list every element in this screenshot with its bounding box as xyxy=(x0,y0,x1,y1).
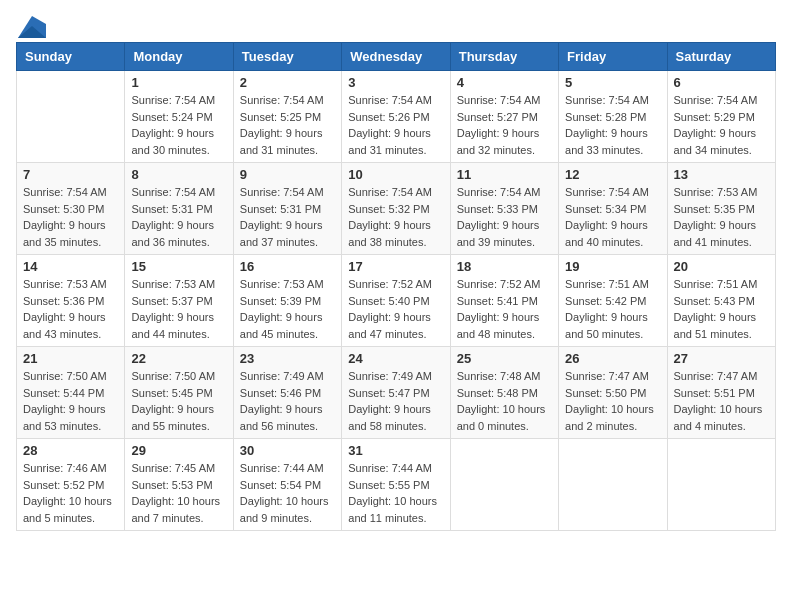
sunset-text: Sunset: 5:46 PM xyxy=(240,387,321,399)
day-info: Sunrise: 7:54 AM Sunset: 5:27 PM Dayligh… xyxy=(457,92,552,158)
sunset-text: Sunset: 5:47 PM xyxy=(348,387,429,399)
calendar-day-cell: 31 Sunrise: 7:44 AM Sunset: 5:55 PM Dayl… xyxy=(342,439,450,531)
day-info: Sunrise: 7:47 AM Sunset: 5:51 PM Dayligh… xyxy=(674,368,769,434)
day-number: 24 xyxy=(348,351,443,366)
sunrise-text: Sunrise: 7:51 AM xyxy=(565,278,649,290)
sunrise-text: Sunrise: 7:50 AM xyxy=(131,370,215,382)
calendar-day-cell xyxy=(559,439,667,531)
daylight-text: Daylight: 9 hours and 37 minutes. xyxy=(240,219,323,248)
calendar-day-cell: 23 Sunrise: 7:49 AM Sunset: 5:46 PM Dayl… xyxy=(233,347,341,439)
sunset-text: Sunset: 5:41 PM xyxy=(457,295,538,307)
calendar-day-cell xyxy=(17,71,125,163)
calendar-day-cell: 19 Sunrise: 7:51 AM Sunset: 5:42 PM Dayl… xyxy=(559,255,667,347)
day-number: 21 xyxy=(23,351,118,366)
calendar-day-cell: 29 Sunrise: 7:45 AM Sunset: 5:53 PM Dayl… xyxy=(125,439,233,531)
sunset-text: Sunset: 5:53 PM xyxy=(131,479,212,491)
day-number: 22 xyxy=(131,351,226,366)
day-number: 7 xyxy=(23,167,118,182)
day-info: Sunrise: 7:54 AM Sunset: 5:31 PM Dayligh… xyxy=(131,184,226,250)
day-info: Sunrise: 7:53 AM Sunset: 5:36 PM Dayligh… xyxy=(23,276,118,342)
daylight-text: Daylight: 9 hours and 30 minutes. xyxy=(131,127,214,156)
sunset-text: Sunset: 5:27 PM xyxy=(457,111,538,123)
sunrise-text: Sunrise: 7:54 AM xyxy=(674,94,758,106)
calendar-week-row: 21 Sunrise: 7:50 AM Sunset: 5:44 PM Dayl… xyxy=(17,347,776,439)
calendar-day-cell: 20 Sunrise: 7:51 AM Sunset: 5:43 PM Dayl… xyxy=(667,255,775,347)
day-info: Sunrise: 7:53 AM Sunset: 5:35 PM Dayligh… xyxy=(674,184,769,250)
day-number: 4 xyxy=(457,75,552,90)
day-info: Sunrise: 7:49 AM Sunset: 5:46 PM Dayligh… xyxy=(240,368,335,434)
calendar-day-cell: 25 Sunrise: 7:48 AM Sunset: 5:48 PM Dayl… xyxy=(450,347,558,439)
day-number: 19 xyxy=(565,259,660,274)
calendar-table: SundayMondayTuesdayWednesdayThursdayFrid… xyxy=(16,42,776,531)
calendar-week-row: 7 Sunrise: 7:54 AM Sunset: 5:30 PM Dayli… xyxy=(17,163,776,255)
daylight-text: Daylight: 9 hours and 51 minutes. xyxy=(674,311,757,340)
day-info: Sunrise: 7:54 AM Sunset: 5:34 PM Dayligh… xyxy=(565,184,660,250)
calendar-week-row: 28 Sunrise: 7:46 AM Sunset: 5:52 PM Dayl… xyxy=(17,439,776,531)
sunset-text: Sunset: 5:48 PM xyxy=(457,387,538,399)
day-number: 12 xyxy=(565,167,660,182)
day-info: Sunrise: 7:50 AM Sunset: 5:44 PM Dayligh… xyxy=(23,368,118,434)
calendar-week-row: 1 Sunrise: 7:54 AM Sunset: 5:24 PM Dayli… xyxy=(17,71,776,163)
sunset-text: Sunset: 5:52 PM xyxy=(23,479,104,491)
daylight-text: Daylight: 10 hours and 7 minutes. xyxy=(131,495,220,524)
day-info: Sunrise: 7:49 AM Sunset: 5:47 PM Dayligh… xyxy=(348,368,443,434)
sunset-text: Sunset: 5:35 PM xyxy=(674,203,755,215)
sunrise-text: Sunrise: 7:45 AM xyxy=(131,462,215,474)
sunset-text: Sunset: 5:55 PM xyxy=(348,479,429,491)
day-info: Sunrise: 7:51 AM Sunset: 5:42 PM Dayligh… xyxy=(565,276,660,342)
day-number: 28 xyxy=(23,443,118,458)
sunrise-text: Sunrise: 7:53 AM xyxy=(23,278,107,290)
sunrise-text: Sunrise: 7:53 AM xyxy=(131,278,215,290)
sunrise-text: Sunrise: 7:54 AM xyxy=(240,94,324,106)
day-number: 29 xyxy=(131,443,226,458)
sunset-text: Sunset: 5:50 PM xyxy=(565,387,646,399)
day-info: Sunrise: 7:44 AM Sunset: 5:54 PM Dayligh… xyxy=(240,460,335,526)
sunset-text: Sunset: 5:25 PM xyxy=(240,111,321,123)
sunset-text: Sunset: 5:51 PM xyxy=(674,387,755,399)
daylight-text: Daylight: 9 hours and 39 minutes. xyxy=(457,219,540,248)
day-info: Sunrise: 7:54 AM Sunset: 5:28 PM Dayligh… xyxy=(565,92,660,158)
sunset-text: Sunset: 5:42 PM xyxy=(565,295,646,307)
sunrise-text: Sunrise: 7:50 AM xyxy=(23,370,107,382)
day-info: Sunrise: 7:54 AM Sunset: 5:32 PM Dayligh… xyxy=(348,184,443,250)
day-number: 27 xyxy=(674,351,769,366)
calendar-day-cell: 5 Sunrise: 7:54 AM Sunset: 5:28 PM Dayli… xyxy=(559,71,667,163)
day-info: Sunrise: 7:47 AM Sunset: 5:50 PM Dayligh… xyxy=(565,368,660,434)
day-info: Sunrise: 7:53 AM Sunset: 5:39 PM Dayligh… xyxy=(240,276,335,342)
calendar-day-header: Monday xyxy=(125,43,233,71)
day-info: Sunrise: 7:48 AM Sunset: 5:48 PM Dayligh… xyxy=(457,368,552,434)
sunrise-text: Sunrise: 7:54 AM xyxy=(457,186,541,198)
sunrise-text: Sunrise: 7:52 AM xyxy=(457,278,541,290)
sunset-text: Sunset: 5:37 PM xyxy=(131,295,212,307)
calendar-day-header: Thursday xyxy=(450,43,558,71)
day-number: 31 xyxy=(348,443,443,458)
sunrise-text: Sunrise: 7:46 AM xyxy=(23,462,107,474)
page-header xyxy=(16,16,776,34)
day-number: 25 xyxy=(457,351,552,366)
sunset-text: Sunset: 5:31 PM xyxy=(131,203,212,215)
sunrise-text: Sunrise: 7:54 AM xyxy=(131,94,215,106)
day-info: Sunrise: 7:52 AM Sunset: 5:40 PM Dayligh… xyxy=(348,276,443,342)
sunset-text: Sunset: 5:54 PM xyxy=(240,479,321,491)
calendar-day-cell: 7 Sunrise: 7:54 AM Sunset: 5:30 PM Dayli… xyxy=(17,163,125,255)
daylight-text: Daylight: 9 hours and 58 minutes. xyxy=(348,403,431,432)
calendar-day-cell: 26 Sunrise: 7:47 AM Sunset: 5:50 PM Dayl… xyxy=(559,347,667,439)
sunset-text: Sunset: 5:36 PM xyxy=(23,295,104,307)
sunrise-text: Sunrise: 7:54 AM xyxy=(565,186,649,198)
daylight-text: Daylight: 10 hours and 0 minutes. xyxy=(457,403,546,432)
calendar-day-cell: 22 Sunrise: 7:50 AM Sunset: 5:45 PM Dayl… xyxy=(125,347,233,439)
day-info: Sunrise: 7:54 AM Sunset: 5:25 PM Dayligh… xyxy=(240,92,335,158)
day-info: Sunrise: 7:53 AM Sunset: 5:37 PM Dayligh… xyxy=(131,276,226,342)
calendar-day-cell: 14 Sunrise: 7:53 AM Sunset: 5:36 PM Dayl… xyxy=(17,255,125,347)
day-number: 10 xyxy=(348,167,443,182)
sunrise-text: Sunrise: 7:49 AM xyxy=(348,370,432,382)
day-info: Sunrise: 7:54 AM Sunset: 5:33 PM Dayligh… xyxy=(457,184,552,250)
calendar-day-header: Friday xyxy=(559,43,667,71)
day-number: 13 xyxy=(674,167,769,182)
sunrise-text: Sunrise: 7:54 AM xyxy=(23,186,107,198)
calendar-day-cell: 2 Sunrise: 7:54 AM Sunset: 5:25 PM Dayli… xyxy=(233,71,341,163)
daylight-text: Daylight: 9 hours and 56 minutes. xyxy=(240,403,323,432)
calendar-day-cell: 28 Sunrise: 7:46 AM Sunset: 5:52 PM Dayl… xyxy=(17,439,125,531)
calendar-day-cell: 8 Sunrise: 7:54 AM Sunset: 5:31 PM Dayli… xyxy=(125,163,233,255)
calendar-day-cell: 13 Sunrise: 7:53 AM Sunset: 5:35 PM Dayl… xyxy=(667,163,775,255)
